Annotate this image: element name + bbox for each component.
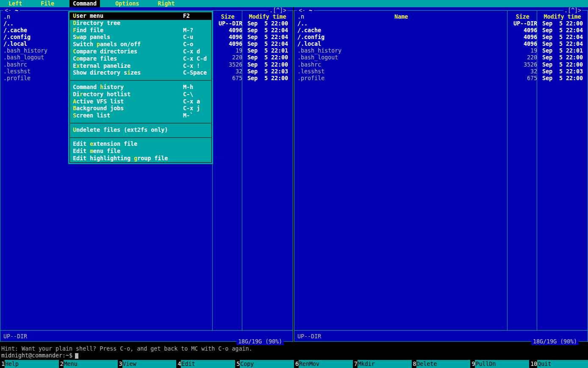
menubar-item[interactable]: Command xyxy=(69,0,100,7)
menu-item[interactable]: Background jobs C-x j xyxy=(70,105,211,112)
column-header-size[interactable]: Size xyxy=(213,14,242,20)
file-row[interactable]: .bash_history 19 Sep 5 22:01 xyxy=(294,47,588,54)
menu-item[interactable]: Find file M-? xyxy=(70,27,211,34)
menubar-item-label: Left xyxy=(8,0,22,7)
menu-item-label: Directory hotlist xyxy=(73,91,183,98)
history-back-icon[interactable]: <- xyxy=(299,7,309,14)
file-mtime: Sep 5 22:00 xyxy=(540,75,588,82)
fkey-label: Copy xyxy=(240,360,294,368)
hotkey-letter: C xyxy=(73,48,76,55)
menu-item[interactable]: Edit menu file xyxy=(70,148,211,155)
menu-item[interactable]: Edit extension file xyxy=(70,141,211,148)
current-directory: ~ xyxy=(309,7,312,14)
file-name: .bash_logout xyxy=(294,54,513,61)
fkey-button[interactable]: 5Copy xyxy=(235,360,294,368)
menu-item[interactable] xyxy=(70,77,211,84)
fkey-button[interactable]: 9PullDn xyxy=(470,360,529,368)
menubar-item[interactable]: Left xyxy=(5,0,25,7)
menu-item[interactable]: Command history M-h xyxy=(70,84,211,91)
file-name: .profile xyxy=(294,75,513,82)
file-mtime: Sep 5 22:00 xyxy=(540,61,588,68)
column-header-mtime[interactable]: Modify time xyxy=(537,14,588,20)
menu-item[interactable]: Compare directories C-x d xyxy=(70,48,211,56)
fkey-label: Delete xyxy=(416,360,471,368)
command-line[interactable]: midnight@commander:~$ xyxy=(1,352,78,359)
menu-item-label: Edit extension file xyxy=(73,141,183,148)
menu-item[interactable]: Screen list M-` xyxy=(70,112,211,120)
file-size: 32 xyxy=(218,68,245,75)
panel-header-buttons[interactable]: .[^]> xyxy=(269,7,287,14)
menu-item-shortcut xyxy=(183,127,208,134)
file-mtime: Sep 5 22:00 xyxy=(245,75,293,82)
fkey-button[interactable]: 3View xyxy=(118,360,177,368)
file-row[interactable]: /.. UP--DIR Sep 5 22:00 xyxy=(294,20,588,27)
hotkey-letter: m xyxy=(90,148,93,154)
menu-item[interactable]: Swap panels C-u xyxy=(70,34,211,41)
menu-item-label: User menu xyxy=(73,13,183,20)
menu-item-label: External panelize xyxy=(73,63,183,70)
menu-item[interactable]: Compare files C-x C-d xyxy=(70,56,211,63)
fkey-button[interactable]: 1Help xyxy=(0,360,59,368)
menu-item[interactable]: Switch panels on/off C-o xyxy=(70,41,211,48)
menu-item[interactable]: Active VFS list C-x a xyxy=(70,98,211,106)
file-mtime: Sep 5 22:04 xyxy=(245,34,293,41)
menubar-item-label: Command xyxy=(73,0,97,7)
file-size: 19 xyxy=(218,47,245,54)
hotkey-letter: i xyxy=(127,70,130,76)
fkey-button[interactable]: 7Mkdir xyxy=(353,360,412,368)
history-back-icon[interactable]: <- xyxy=(5,7,15,14)
menu-item-shortcut: C-\ xyxy=(183,91,208,98)
file-row[interactable]: .profile 675 Sep 5 22:00 xyxy=(294,75,588,82)
fkey-number: 10 xyxy=(529,360,537,368)
fkey-button[interactable]: 6RenMov xyxy=(294,360,353,368)
menu-item-shortcut: C-Space xyxy=(183,70,208,77)
menubar-item[interactable]: File xyxy=(37,0,58,7)
menu-item[interactable]: User menu F2 xyxy=(70,13,211,20)
fkey-button[interactable]: 2Menu xyxy=(59,360,118,368)
menu-item[interactable] xyxy=(70,134,211,141)
column-header-name[interactable]: Name xyxy=(294,14,508,20)
menu-item-label: Compare directories xyxy=(73,48,183,56)
column-header-size[interactable]: Size xyxy=(508,14,537,20)
fkey-number: 2 xyxy=(59,360,64,368)
menu-item-shortcut xyxy=(183,20,208,27)
menubar-item[interactable]: Right xyxy=(154,0,178,7)
menu-item-label: Command history xyxy=(73,84,183,91)
menu-item[interactable]: Edit highlighting group file xyxy=(70,155,211,162)
fkey-button[interactable]: 4Edit xyxy=(176,360,235,368)
menu-item[interactable] xyxy=(70,120,211,127)
fkey-button[interactable]: 10Quit xyxy=(529,360,588,368)
menu-item[interactable]: Directory hotlist C-\ xyxy=(70,91,211,98)
mini-status: UP--DIR xyxy=(3,333,27,340)
text-cursor xyxy=(75,353,78,359)
hotkey-letter: g xyxy=(134,155,137,162)
dropdown-frame: User menu F2 Directory tree Find file M-… xyxy=(69,12,212,163)
hotkey-letter: r xyxy=(80,91,83,98)
sort-indicator: .n xyxy=(297,14,304,20)
panel-path[interactable]: <- ~ xyxy=(297,7,314,14)
hotkey-letter: U xyxy=(73,13,76,19)
column-header-mtime[interactable]: Modify time xyxy=(242,14,293,20)
fkey-label: Mkdir xyxy=(358,360,412,368)
panel-path[interactable]: <- ~ xyxy=(3,7,20,14)
file-row[interactable]: /.local 4096 Sep 5 22:04 xyxy=(294,41,588,47)
menu-item[interactable]: Undelete files (ext2fs only) xyxy=(70,127,211,134)
file-row[interactable]: .lesshst 32 Sep 5 22:03 xyxy=(294,68,588,75)
panel-header-buttons[interactable]: .[^]> xyxy=(563,7,582,14)
menu-item[interactable]: Directory tree xyxy=(70,20,211,27)
fkey-label: RenMov xyxy=(299,360,353,368)
file-row[interactable]: .bash_logout 220 Sep 5 22:00 xyxy=(294,54,588,61)
hotkey-letter: w xyxy=(76,34,80,40)
file-row[interactable]: /.config 4096 Sep 5 22:04 xyxy=(294,34,588,41)
menu-item[interactable]: External panelize C-x ! xyxy=(70,63,211,70)
file-mtime: Sep 5 22:00 xyxy=(540,54,588,61)
fkey-button[interactable]: 8Delete xyxy=(412,360,471,368)
hotkey-letter: p xyxy=(97,41,100,47)
mini-status: UP--DIR xyxy=(297,333,321,340)
file-row[interactable]: /.cache 4096 Sep 5 22:04 xyxy=(294,27,588,34)
hotkey-letter: o xyxy=(76,56,80,62)
menubar-item[interactable]: Options xyxy=(112,0,142,7)
fkey-label: Edit xyxy=(181,360,235,368)
file-row[interactable]: .bashrc 3526 Sep 5 22:00 xyxy=(294,61,588,68)
menu-item[interactable]: Show directory sizes C-Space xyxy=(70,70,211,77)
